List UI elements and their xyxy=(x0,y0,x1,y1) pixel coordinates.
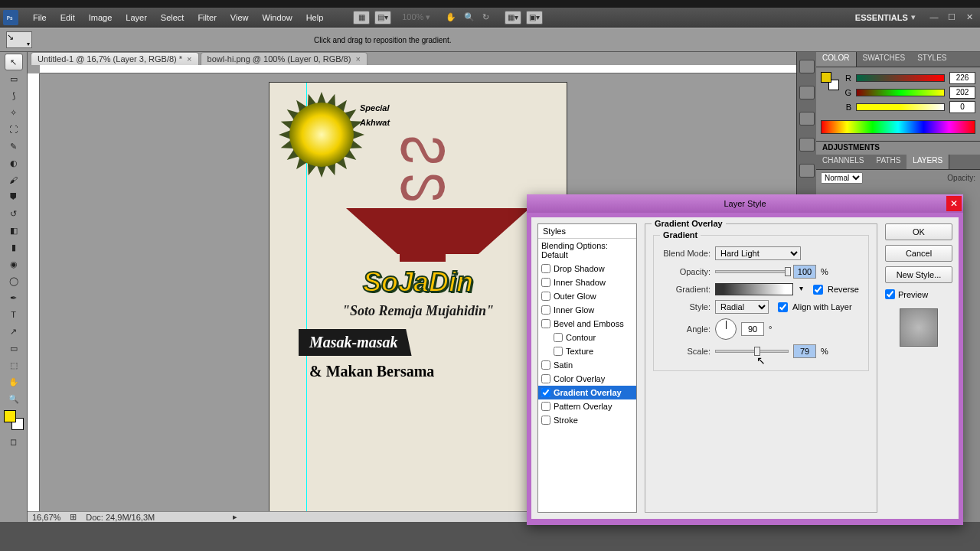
gradient-swatch[interactable] xyxy=(715,283,793,295)
slider-b[interactable] xyxy=(856,103,945,111)
tool-preset-picker[interactable]: ↘▾ xyxy=(6,31,32,48)
scale-field[interactable] xyxy=(793,344,816,358)
tab-layers[interactable]: LAYERS xyxy=(906,155,949,169)
row-satin[interactable]: Satin xyxy=(538,358,636,372)
menu-image[interactable]: Image xyxy=(82,13,119,22)
svg-text:Ps: Ps xyxy=(7,15,13,20)
arrange-icon[interactable]: ▦▾ xyxy=(505,11,521,24)
gradient-tool[interactable]: ▮ xyxy=(5,239,23,256)
preview-checkbox[interactable] xyxy=(885,289,895,299)
menu-filter[interactable]: Filter xyxy=(191,13,223,22)
row-inner-shadow[interactable]: Inner Shadow xyxy=(538,276,636,289)
value-b[interactable]: 0 xyxy=(949,101,975,113)
stamp-tool[interactable]: ⛊ xyxy=(5,188,23,205)
document-tab-1[interactable]: Untitled-1 @ 16,7% (Layer 3, RGB/8) *× xyxy=(31,52,199,65)
workspace-switcher[interactable]: ESSENTIALS xyxy=(855,13,908,22)
angle-field[interactable] xyxy=(741,322,764,336)
spectrum-picker[interactable] xyxy=(821,120,975,134)
dock-icon[interactable] xyxy=(799,86,815,99)
value-g[interactable]: 202 xyxy=(949,86,975,99)
eyedropper-tool[interactable]: ✎ xyxy=(5,138,23,155)
maximize-button[interactable]: ☐ xyxy=(946,12,957,23)
menu-window[interactable]: Window xyxy=(256,13,299,22)
move-tool[interactable]: ↖ xyxy=(5,54,23,70)
align-checkbox[interactable] xyxy=(778,302,788,312)
row-inner-glow[interactable]: Inner Glow xyxy=(538,303,636,317)
marquee-tool[interactable]: ▭ xyxy=(5,70,23,87)
svg-marker-16 xyxy=(279,130,291,139)
hand-tool[interactable]: ✋ xyxy=(5,373,23,390)
new-style-button[interactable]: New Style... xyxy=(885,266,952,283)
slider-r[interactable] xyxy=(856,74,945,82)
brush-tool[interactable]: 🖌 xyxy=(5,171,23,188)
lasso-tool[interactable]: ⟆ xyxy=(5,87,23,104)
ok-button[interactable]: OK xyxy=(885,223,952,240)
quickmask-icon[interactable]: ◻ xyxy=(5,433,23,450)
row-drop-shadow[interactable]: Drop Shadow xyxy=(538,262,636,276)
tab-paths[interactable]: PATHS xyxy=(870,155,906,169)
subline-text: & Makan Bersama xyxy=(309,363,434,380)
document-tab-2[interactable]: bowl-hi.png @ 100% (Layer 0, RGB/8)× xyxy=(201,52,368,65)
blur-tool[interactable]: ◉ xyxy=(5,256,23,272)
minimize-button[interactable]: — xyxy=(929,12,939,23)
history-brush[interactable]: ↺ xyxy=(5,205,23,222)
row-blending-default[interactable]: Blending Options: Default xyxy=(538,239,636,262)
eraser-tool[interactable]: ◧ xyxy=(5,222,23,239)
opacity-slider[interactable] xyxy=(715,270,789,273)
row-gradient-overlay[interactable]: Gradient Overlay xyxy=(538,386,636,399)
row-bevel[interactable]: Bevel and Emboss xyxy=(538,317,636,331)
opacity-field[interactable] xyxy=(793,265,816,279)
path-tool[interactable]: ↗ xyxy=(5,323,23,340)
value-r[interactable]: 226 xyxy=(949,72,975,84)
close-button[interactable]: ✕ xyxy=(964,12,975,23)
zoom-tool[interactable]: 🔍 xyxy=(5,390,23,407)
pen-tool[interactable]: ✒ xyxy=(5,289,23,306)
screen-mode-icon[interactable]: ▣▾ xyxy=(526,11,543,24)
row-outer-glow[interactable]: Outer Glow xyxy=(538,289,636,303)
dock-icon[interactable] xyxy=(799,112,815,126)
blend-mode-select[interactable]: Hard Light xyxy=(715,246,801,260)
style-select[interactable]: Radial xyxy=(715,300,769,314)
canvas[interactable]: SpecialAkhwat ᔓᔕ SoJaDin "Soto Remaja Mu… xyxy=(270,83,567,511)
options-icon-1[interactable]: ▦ xyxy=(353,11,370,24)
crop-tool[interactable]: ⛶ xyxy=(5,121,23,138)
reverse-checkbox[interactable] xyxy=(813,285,823,295)
row-contour[interactable]: Contour xyxy=(538,331,636,344)
menu-layer[interactable]: Layer xyxy=(119,13,154,22)
row-stroke[interactable]: Stroke xyxy=(538,413,636,427)
dodge-tool[interactable]: ◯ xyxy=(5,272,23,289)
heal-tool[interactable]: ◐ xyxy=(5,155,23,171)
options-icon-2[interactable]: ▤▾ xyxy=(374,11,391,24)
wand-tool[interactable]: ✧ xyxy=(5,104,23,121)
color-swatches[interactable] xyxy=(4,410,24,430)
row-color-overlay[interactable]: Color Overlay xyxy=(538,372,636,386)
close-icon[interactable]: ✕ xyxy=(946,196,962,211)
scale-slider[interactable] xyxy=(715,350,789,353)
cancel-button[interactable]: Cancel xyxy=(885,245,952,262)
type-tool[interactable]: T xyxy=(5,306,23,323)
dock-icon[interactable] xyxy=(799,164,815,178)
tab-styles[interactable]: STYLES xyxy=(911,52,952,67)
styles-header[interactable]: Styles xyxy=(538,224,636,239)
close-icon[interactable]: × xyxy=(355,54,360,64)
menu-edit[interactable]: Edit xyxy=(54,13,82,22)
blend-mode-select[interactable]: Normal xyxy=(821,172,863,184)
close-icon[interactable]: × xyxy=(187,54,191,64)
menu-file[interactable]: File xyxy=(26,13,54,22)
3d-tool[interactable]: ⬚ xyxy=(5,357,23,373)
menu-help[interactable]: Help xyxy=(299,13,331,22)
menu-select[interactable]: Select xyxy=(154,13,191,22)
tab-channels[interactable]: CHANNELS xyxy=(816,155,870,169)
row-texture[interactable]: Texture xyxy=(538,344,636,358)
tab-swatches[interactable]: SWATCHES xyxy=(857,52,912,67)
angle-dial[interactable] xyxy=(715,318,737,340)
dock-icon[interactable] xyxy=(799,60,815,73)
row-pattern-overlay[interactable]: Pattern Overlay xyxy=(538,399,636,413)
slider-g[interactable] xyxy=(856,89,945,96)
tab-color[interactable]: COLOR xyxy=(816,52,857,67)
dock-icon[interactable] xyxy=(799,138,815,152)
zoom-level[interactable]: 16,67% xyxy=(32,513,60,522)
adjustments-header[interactable]: ADJUSTMENTS xyxy=(816,141,980,155)
shape-tool[interactable]: ▭ xyxy=(5,340,23,357)
menu-view[interactable]: View xyxy=(224,13,256,22)
